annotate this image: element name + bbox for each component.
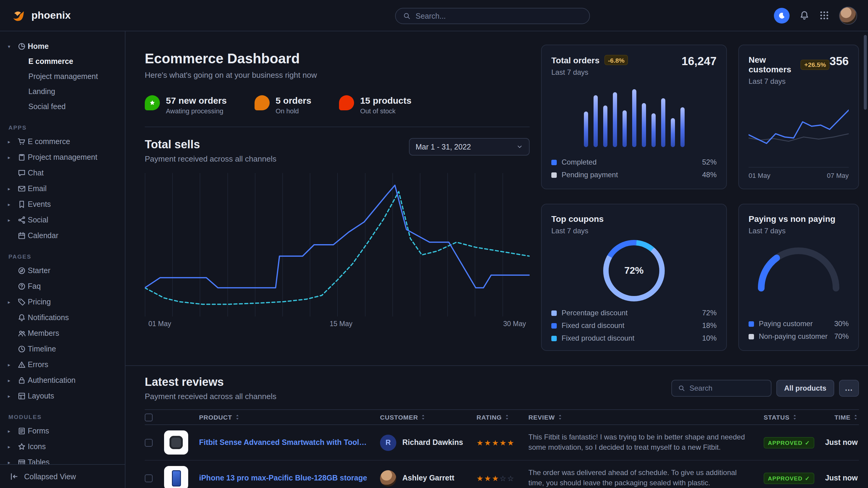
orders-legend: Completed52%Pending payment48%: [551, 158, 717, 179]
more-options-button[interactable]: ...: [839, 380, 859, 397]
sidebar-item-label: Members: [28, 329, 59, 337]
column-header-rating[interactable]: RATING: [476, 414, 528, 421]
legend-swatch: [551, 310, 557, 316]
reviews-title: Latest reviews: [145, 376, 276, 389]
sidebar-item-tables[interactable]: ▸Tables: [0, 455, 125, 464]
sidebar-item-social-feed[interactable]: Social feed: [0, 99, 125, 115]
sidebar-item-label: Layouts: [28, 392, 54, 400]
legend-item-pending-payment: Pending payment48%: [551, 171, 717, 179]
sidebar-item-notifications[interactable]: Notifications: [0, 310, 125, 326]
total-sells-title: Total sells: [145, 138, 276, 151]
sidebar-item-layouts[interactable]: ▸Layouts: [0, 388, 125, 404]
caret-right-icon: ▸: [8, 139, 15, 144]
stat-out-of-stock: 15 productsOut of stock: [339, 95, 411, 115]
sidebar-item-events[interactable]: ▸Events: [0, 197, 125, 212]
row-checkbox[interactable]: [145, 438, 153, 446]
brand[interactable]: phoenix: [11, 7, 70, 23]
sidebar-item-errors[interactable]: ▸Errors: [0, 357, 125, 372]
sidebar-item-e-commerce[interactable]: ▸E commerce: [0, 134, 125, 150]
column-header-review[interactable]: REVIEW: [528, 414, 764, 421]
sidebar-item-icons[interactable]: ▸Icons: [0, 439, 125, 455]
clipboard-icon: [15, 153, 28, 162]
sidebar-item-chat[interactable]: Chat: [0, 165, 125, 181]
coupons-donut-wrap: 72%: [551, 235, 717, 308]
calendar-icon: [15, 231, 28, 240]
status-badge: APPROVED✓: [764, 473, 814, 484]
column-header-product[interactable]: PRODUCT: [199, 414, 380, 421]
card-title: New customers: [749, 55, 796, 74]
legend-label: Paying customer: [759, 320, 813, 328]
card-title: Paying vs non paying: [749, 214, 835, 224]
notifications-bell-icon[interactable]: [799, 10, 809, 21]
legend-label: Non-paying customer: [759, 332, 828, 340]
product-link[interactable]: Fitbit Sense Advanced Smartwatch with To…: [199, 438, 380, 447]
sidebar-item-members[interactable]: Members: [0, 326, 125, 341]
sidebar-item-e-commerce[interactable]: E commerce: [0, 54, 125, 69]
sidebar-item-label: Starter: [28, 266, 50, 275]
date-range-select[interactable]: Mar 1 - 31, 2022: [409, 138, 530, 156]
caret-right-icon: ▸: [8, 428, 15, 434]
column-header-status[interactable]: STATUS: [764, 414, 819, 421]
reviews-subtitle: Payment received across all channels: [145, 392, 276, 401]
legend-value: 10%: [702, 334, 717, 343]
column-header-customer[interactable]: CUSTOMER: [380, 414, 476, 421]
theme-toggle-button[interactable]: [774, 7, 789, 23]
collapse-view-button[interactable]: Collapsed View: [0, 464, 125, 488]
row-checkbox[interactable]: [145, 474, 153, 482]
phoenix-logo-icon: [11, 7, 27, 23]
sidebar-item-pricing[interactable]: ▸Pricing: [0, 294, 125, 310]
stat-on-hold: 5 ordersOn hold: [254, 95, 311, 115]
smartwatch-graphic: [169, 436, 183, 449]
sidebar-item-project-management[interactable]: ▸Project management: [0, 150, 125, 165]
reviews-search[interactable]: [671, 380, 772, 397]
sidebar-item-email[interactable]: ▸Email: [0, 181, 125, 197]
sidebar-item-faq[interactable]: Faq: [0, 279, 125, 294]
global-search-input[interactable]: [415, 12, 582, 20]
user-avatar[interactable]: [839, 6, 857, 24]
sidebar-item-authentication[interactable]: ▸Authentication: [0, 372, 125, 388]
select-all-checkbox[interactable]: [145, 413, 153, 421]
legend-value: 52%: [702, 158, 717, 166]
sidebar-item-calendar[interactable]: Calendar: [0, 228, 125, 243]
donut-center-label: 72%: [609, 246, 659, 296]
legend-value: 30%: [834, 320, 849, 328]
card-title: Top coupons: [551, 214, 604, 224]
page-scrollbar[interactable]: [864, 35, 867, 110]
nav-section-label-apps: APPS: [8, 124, 125, 131]
sidebar-item-home[interactable]: ▾Home: [0, 39, 125, 54]
stat-caption: Out of stock: [360, 107, 411, 115]
x-label-start: 01 May: [749, 172, 770, 179]
global-search[interactable]: [395, 8, 590, 24]
moon-icon: [777, 11, 786, 20]
sidebar-item-project-management[interactable]: Project management: [0, 69, 125, 85]
apps-grid-icon[interactable]: [819, 10, 829, 21]
sidebar-item-social[interactable]: ▸Social: [0, 212, 125, 228]
sort-icon: [558, 414, 562, 420]
reviews-search-input[interactable]: [689, 384, 765, 392]
all-products-button[interactable]: All products: [776, 380, 834, 397]
sidebar-item-label: Notifications: [28, 314, 69, 322]
caret-right-icon: ▸: [8, 186, 15, 191]
card-period: Last 7 days: [749, 77, 830, 86]
share-icon: [15, 216, 28, 224]
stat-text: 15 productsOut of stock: [360, 95, 411, 115]
sidebar-item-label: Errors: [28, 360, 48, 369]
column-header-time[interactable]: TIME: [819, 414, 859, 421]
change-badge: +26.5%: [801, 59, 830, 70]
product-image: [164, 466, 188, 488]
sidebar-item-starter[interactable]: Starter: [0, 263, 125, 279]
bar: [622, 110, 626, 147]
sidebar-item-forms[interactable]: ▸Forms: [0, 423, 125, 439]
row-select-cell: [145, 474, 164, 482]
sidebar-item-landing[interactable]: Landing: [0, 85, 125, 99]
chevron-down-icon: [516, 143, 523, 150]
product-link[interactable]: iPhone 13 pro max-Pacific Blue-128GB sto…: [199, 474, 380, 482]
card-period: Last 7 days: [749, 227, 835, 235]
sidebar-item-timeline[interactable]: Timeline: [0, 341, 125, 357]
total-sells-chart-svg: [145, 173, 530, 317]
legend-item-fixed-card-discount: Fixed card discount18%: [551, 321, 717, 330]
layout-icon: [15, 392, 28, 400]
sort-icon: [421, 414, 425, 420]
coupons-donut-chart: 72%: [603, 240, 665, 301]
sidebar-item-label: Icons: [28, 443, 46, 451]
